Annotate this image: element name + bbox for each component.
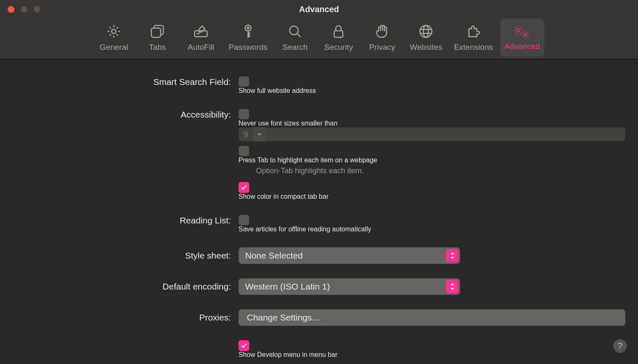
save-offline-checkbox[interactable] xyxy=(238,215,249,226)
tab-label: Extensions xyxy=(454,43,493,52)
tabs-icon xyxy=(149,23,165,41)
tab-label: Websites xyxy=(410,43,442,52)
tab-label: Tabs xyxy=(149,43,166,52)
lock-icon xyxy=(331,23,346,41)
tab-advanced[interactable]: Advanced xyxy=(500,18,544,56)
tab-extensions[interactable]: Extensions xyxy=(450,18,497,56)
section-label: Proxies: xyxy=(13,309,238,323)
show-develop-label: Show Develop menu in menu bar xyxy=(238,351,338,358)
svg-point-5 xyxy=(290,26,299,35)
change-settings-button[interactable]: Change Settings… xyxy=(238,309,625,326)
save-offline-label: Save articles for offline reading automa… xyxy=(238,226,371,233)
svg-point-9 xyxy=(517,29,520,32)
press-tab-checkbox[interactable] xyxy=(238,146,249,156)
tab-websites[interactable]: Websites xyxy=(405,18,446,56)
tab-tabs[interactable]: Tabs xyxy=(137,18,177,56)
min-font-size-label: Never use font sizes smaller than xyxy=(238,120,338,127)
svg-point-7 xyxy=(420,25,432,37)
help-label: ? xyxy=(618,341,623,351)
min-font-size-checkbox[interactable] xyxy=(238,109,249,120)
tab-passwords[interactable]: Passwords xyxy=(224,18,272,56)
reading-list-section: Reading List: Save articles for offline … xyxy=(13,215,625,233)
compact-color-label: Show color in compact tab bar xyxy=(238,193,328,200)
double-gear-icon xyxy=(512,24,533,40)
preferences-toolbar: General Tabs AutoFill Passwords Search S… xyxy=(0,18,638,59)
help-button[interactable]: ? xyxy=(613,339,627,353)
key-icon xyxy=(240,23,256,41)
section-label: Smart Search Field: xyxy=(13,76,238,87)
tab-privacy[interactable]: Privacy xyxy=(362,18,402,56)
tab-general[interactable]: General xyxy=(94,18,134,56)
tab-label: Search xyxy=(282,43,307,52)
tab-label: Passwords xyxy=(228,43,267,52)
svg-rect-1 xyxy=(151,28,161,37)
compact-color-checkbox[interactable] xyxy=(238,182,249,193)
press-tab-hint: Option-Tab highlights each item. xyxy=(256,167,625,175)
section-label: Default encoding: xyxy=(13,278,238,292)
tab-label: Privacy xyxy=(369,43,395,52)
min-font-size-combo[interactable]: 9 xyxy=(238,127,625,141)
gear-icon xyxy=(106,23,122,41)
encoding-popup[interactable]: Western (ISO Latin 1) xyxy=(238,278,460,295)
svg-point-10 xyxy=(524,33,527,36)
puzzle-icon xyxy=(466,23,482,41)
popup-arrows-icon xyxy=(446,249,459,262)
style-sheet-popup[interactable]: None Selected xyxy=(238,247,460,264)
magnifying-glass-icon xyxy=(287,23,303,41)
popup-arrows-icon xyxy=(446,280,459,293)
style-sheet-value: None Selected xyxy=(238,251,310,261)
develop-section: Show Develop menu in menu bar xyxy=(13,340,625,359)
globe-icon xyxy=(418,23,434,41)
smart-search-section: Smart Search Field: Show full website ad… xyxy=(13,76,625,95)
svg-point-8 xyxy=(423,25,429,37)
accessibility-section: Accessibility: Never use font sizes smal… xyxy=(13,109,625,200)
encoding-section: Default encoding: Western (ISO Latin 1) xyxy=(13,278,625,295)
svg-point-3 xyxy=(245,25,251,31)
svg-point-4 xyxy=(247,27,249,29)
show-develop-checkbox[interactable] xyxy=(238,340,249,351)
svg-point-0 xyxy=(112,29,116,33)
tab-label: Advanced xyxy=(505,42,540,51)
show-full-address-checkbox[interactable] xyxy=(238,76,249,87)
titlebar: Advanced xyxy=(0,0,638,18)
tab-label: General xyxy=(100,43,128,52)
press-tab-label: Press Tab to highlight each item on a we… xyxy=(238,156,377,164)
tab-label: AutoFill xyxy=(188,43,214,52)
tab-label: Security xyxy=(324,43,353,52)
advanced-pane: Smart Search Field: Show full website ad… xyxy=(0,59,638,364)
window-title: Advanced xyxy=(0,5,638,14)
show-full-address-label: Show full website address xyxy=(238,87,316,94)
section-label: Accessibility: xyxy=(13,109,238,120)
min-font-size-value: 9 xyxy=(238,130,253,139)
encoding-value: Western (ISO Latin 1) xyxy=(238,282,337,292)
change-settings-label: Change Settings… xyxy=(247,313,320,323)
section-label: Style sheet: xyxy=(13,247,238,261)
tab-security[interactable]: Security xyxy=(318,18,359,56)
section-label: Reading List: xyxy=(13,215,238,226)
tab-autofill[interactable]: AutoFill xyxy=(181,18,221,56)
svg-rect-6 xyxy=(334,31,343,37)
pencil-field-icon xyxy=(193,23,209,41)
proxies-section: Proxies: Change Settings… xyxy=(13,309,625,326)
tab-search[interactable]: Search xyxy=(275,18,315,56)
chevron-down-icon xyxy=(253,127,266,141)
hand-icon xyxy=(374,23,390,41)
style-sheet-section: Style sheet: None Selected xyxy=(13,247,625,264)
